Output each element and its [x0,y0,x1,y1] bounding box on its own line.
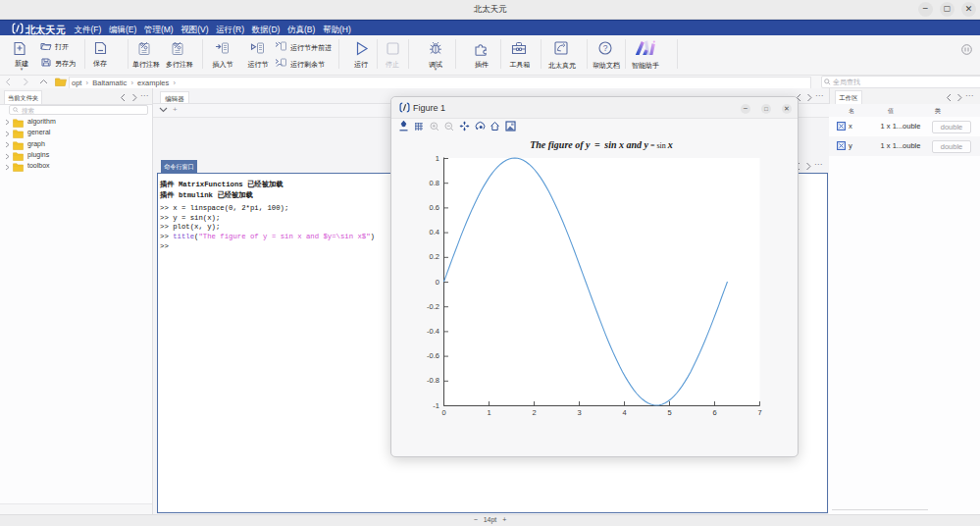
svg-text:0: 0 [441,408,445,417]
svg-text:0: 0 [436,278,439,287]
svg-text:-0.8: -0.8 [427,376,439,385]
svg-text:6: 6 [712,408,716,417]
svg-text:-0.4: -0.4 [427,327,439,336]
svg-text:3: 3 [577,408,581,417]
svg-text:5: 5 [667,408,671,417]
svg-text:4: 4 [622,408,626,417]
svg-text:?: ? [603,43,608,53]
svg-text:-0.6: -0.6 [427,351,439,360]
svg-text:0.4: 0.4 [430,228,439,237]
svg-text:0.2: 0.2 [430,252,439,261]
svg-text:The figure of y = sin x and: The figure of y = sin x and y = sin x [530,139,673,150]
svg-text:1: 1 [436,154,439,163]
svg-text:-1: -1 [433,401,439,410]
svg-text:0.6: 0.6 [430,203,439,212]
svg-text:0.8: 0.8 [430,179,439,187]
svg-text:-0.2: -0.2 [427,302,439,311]
svg-text:7: 7 [757,408,761,417]
svg-text:1: 1 [487,408,490,417]
svg-text:2: 2 [532,408,536,417]
